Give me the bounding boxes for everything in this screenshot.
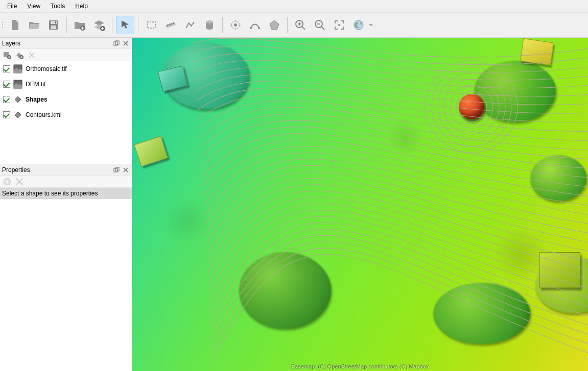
properties-panel-header: Properties <box>0 164 132 176</box>
layers-panel: Layers Orthomosaic.tifDEM.tifShapesConto… <box>0 38 132 164</box>
layer-row[interactable]: Orthomosaic.tif <box>0 61 132 77</box>
layer-visibility-checkbox[interactable] <box>3 96 10 103</box>
zoom-in-icon <box>294 19 307 31</box>
marquee-tool-button[interactable] <box>142 16 160 34</box>
svg-marker-22 <box>270 20 279 30</box>
toolbar-separator <box>112 17 112 33</box>
layer-row[interactable]: DEM.tif <box>0 77 132 92</box>
new-button[interactable] <box>6 16 24 34</box>
float-icon <box>113 167 120 173</box>
select-tool-button[interactable] <box>116 16 134 34</box>
properties-hint: Select a shape to see its properties <box>0 188 132 199</box>
layer-row[interactable]: Shapes <box>0 92 132 107</box>
menubar: File View Tools Help <box>0 0 588 12</box>
panel-float-button[interactable] <box>112 39 121 47</box>
panel-float-button[interactable] <box>112 166 121 174</box>
chevron-down-icon <box>369 23 373 27</box>
layer-name-label: Shapes <box>26 96 48 103</box>
float-icon <box>113 40 120 46</box>
path-icon <box>249 19 261 31</box>
close-icon <box>123 167 129 173</box>
properties-toolbar <box>0 176 132 188</box>
contour-lines <box>132 38 588 371</box>
zoom-out-button[interactable] <box>311 16 329 34</box>
add-shape-layer-button[interactable] <box>14 50 25 60</box>
layers-plus-icon <box>93 19 105 31</box>
open-folder-button[interactable] <box>70 16 89 34</box>
toolbar-separator <box>222 17 223 33</box>
add-path-button[interactable] <box>246 16 264 34</box>
close-icon <box>123 40 129 46</box>
menu-tools-rest: ools <box>54 3 65 10</box>
menu-tools[interactable]: Tools <box>45 1 70 11</box>
raster-plus-icon <box>3 51 11 59</box>
menu-view-rest: iew <box>31 3 40 10</box>
add-property-button[interactable] <box>2 177 12 187</box>
ruler-icon <box>164 19 177 31</box>
layer-visibility-checkbox[interactable] <box>3 81 10 88</box>
close-icon <box>14 177 25 187</box>
layer-visibility-checkbox[interactable] <box>3 65 10 72</box>
ruler-tool-button[interactable] <box>161 16 180 34</box>
basemap-button[interactable] <box>349 16 368 34</box>
folder-plus-icon <box>74 19 86 31</box>
toolbar-grip[interactable] <box>2 22 3 28</box>
layer-list: Orthomosaic.tifDEM.tifShapesContours.kml <box>0 61 132 164</box>
polyline-tool-button[interactable] <box>181 16 199 34</box>
add-point-button[interactable] <box>226 16 245 34</box>
menu-file[interactable]: File <box>2 1 22 11</box>
layer-visibility-checkbox[interactable] <box>3 111 10 118</box>
add-raster-layer-button[interactable] <box>2 50 12 60</box>
extent-icon <box>333 19 345 31</box>
svg-point-13 <box>206 20 213 23</box>
menu-file-rest: ile <box>11 3 17 10</box>
toolbar-separator <box>138 17 138 33</box>
layer-name-label: Orthomosaic.tif <box>26 65 67 72</box>
svg-rect-2 <box>55 21 56 23</box>
svg-point-14 <box>234 23 237 27</box>
toolbar-separator <box>287 17 288 33</box>
svg-line-24 <box>302 27 305 30</box>
close-icon <box>28 51 36 59</box>
zoom-in-button[interactable] <box>291 16 310 34</box>
basemap-dropdown[interactable] <box>368 16 373 34</box>
properties-body <box>0 199 132 371</box>
plus-circle-icon <box>2 177 12 187</box>
raster-layer-icon <box>13 80 22 89</box>
open-button[interactable] <box>25 16 43 34</box>
basemap-attribution: Basemap: (C) OpenStreetMap contributors … <box>291 363 429 369</box>
add-polygon-button[interactable] <box>265 16 284 34</box>
menu-help-rest: elp <box>80 3 88 10</box>
volume-tool-button[interactable] <box>200 16 219 34</box>
properties-panel-title: Properties <box>2 166 111 174</box>
toolbar <box>0 12 588 38</box>
zoom-out-icon <box>314 19 326 31</box>
layer-row[interactable]: Contours.kml <box>0 107 132 122</box>
main: Layers Orthomosaic.tifDEM.tifShapesConto… <box>0 38 588 371</box>
shapes-layer-icon <box>13 95 22 104</box>
svg-rect-6 <box>147 22 155 28</box>
shape-plus-icon <box>15 51 23 59</box>
menu-view[interactable]: View <box>22 1 45 11</box>
document-icon <box>9 19 21 31</box>
floppy-icon <box>48 19 60 31</box>
properties-panel: Properties Select a shape to see its pro… <box>0 164 132 371</box>
cylinder-icon <box>203 19 216 31</box>
svg-rect-1 <box>51 21 57 24</box>
panel-close-button[interactable] <box>122 39 130 47</box>
remove-property-button[interactable] <box>14 177 25 187</box>
polyline-icon <box>184 19 196 31</box>
panel-close-button[interactable] <box>122 166 130 174</box>
menu-help[interactable]: Help <box>70 1 93 11</box>
svg-point-20 <box>250 27 252 29</box>
raster-layer-icon <box>13 64 22 73</box>
svg-point-30 <box>338 24 340 26</box>
layer-name-label: Contours.kml <box>26 111 62 118</box>
remove-layer-button[interactable] <box>27 50 37 60</box>
map-viewport[interactable]: Basemap: (C) OpenStreetMap contributors … <box>132 38 588 371</box>
point-icon <box>229 19 242 31</box>
save-button[interactable] <box>44 16 63 34</box>
add-layer-button[interactable] <box>90 16 108 34</box>
toolbar-separator <box>66 17 67 33</box>
zoom-extent-button[interactable] <box>330 16 348 34</box>
